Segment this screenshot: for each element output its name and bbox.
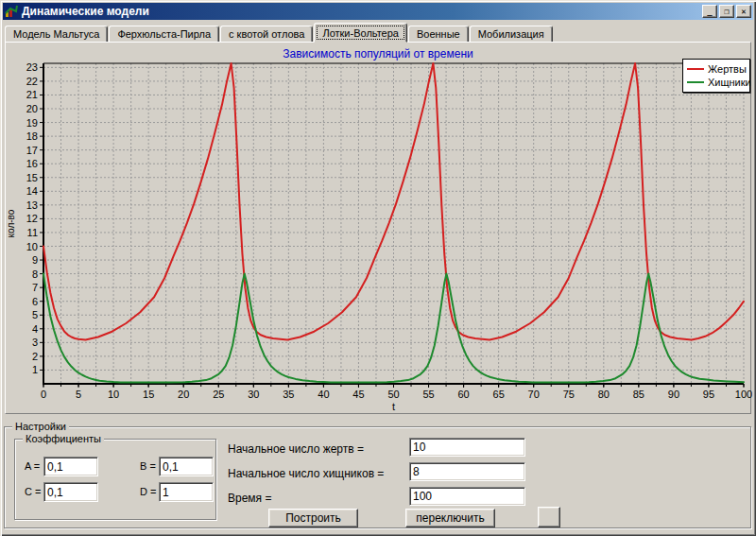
blank-button[interactable]: [538, 507, 560, 527]
svg-text:35: 35: [283, 389, 294, 400]
coeff-c-label: C =: [25, 486, 41, 497]
predator-line-sample: [687, 81, 704, 83]
tab-catch-quota[interactable]: с квотой отлова: [220, 26, 313, 43]
svg-text:16: 16: [26, 158, 38, 169]
prey-line-sample: [687, 68, 704, 70]
legend-label-predators: Хищники: [708, 77, 751, 88]
initial-prey-input[interactable]: [409, 438, 525, 457]
svg-text:6: 6: [32, 296, 38, 307]
legend-item-prey: Жертвы: [687, 62, 746, 76]
svg-text:15: 15: [26, 172, 38, 183]
coefficients-groupbox-label: Коэффициенты: [23, 433, 104, 444]
switch-button[interactable]: переключить: [405, 509, 495, 527]
tab-maltus[interactable]: Модель Мальтуса: [5, 26, 108, 43]
svg-text:17: 17: [26, 145, 38, 156]
tab-military[interactable]: Военные: [408, 26, 469, 43]
svg-text:5: 5: [76, 389, 81, 400]
svg-text:100: 100: [735, 389, 752, 400]
svg-text:19: 19: [26, 117, 38, 129]
coeff-d-label: D =: [140, 486, 156, 497]
chart-legend: Жертвы Хищники: [682, 59, 750, 93]
svg-text:75: 75: [563, 389, 575, 400]
app-icon: [5, 5, 18, 18]
svg-text:80: 80: [598, 389, 610, 400]
initial-predators-input[interactable]: [409, 462, 525, 481]
initial-predators-label: Начальное число хищников =: [228, 467, 384, 480]
window-title: Динамические модели: [22, 5, 149, 18]
svg-text:55: 55: [422, 389, 434, 400]
chart-panel: Зависимость популяций от времени 0510152…: [5, 42, 751, 414]
time-label: Время =: [228, 492, 271, 505]
svg-text:3: 3: [32, 337, 38, 348]
svg-text:10: 10: [108, 389, 119, 400]
svg-text:t: t: [392, 401, 395, 412]
svg-text:85: 85: [633, 389, 644, 400]
svg-text:20: 20: [26, 103, 38, 114]
build-button[interactable]: Построить: [268, 509, 358, 527]
tab-lotka-volterra[interactable]: Лотки-Вольтера: [314, 23, 407, 43]
svg-text:4: 4: [32, 323, 38, 335]
svg-text:70: 70: [528, 389, 540, 400]
svg-text:8: 8: [32, 268, 38, 280]
svg-text:2: 2: [32, 351, 38, 362]
svg-text:10: 10: [26, 241, 38, 252]
close-button[interactable]: ✕: [736, 5, 751, 18]
svg-text:5: 5: [32, 309, 38, 320]
svg-text:18: 18: [26, 130, 38, 142]
tab-mobilization[interactable]: Мобилизация: [470, 26, 553, 43]
svg-text:11: 11: [27, 227, 38, 238]
time-input[interactable]: [409, 487, 525, 506]
svg-text:45: 45: [352, 389, 364, 400]
svg-text:60: 60: [457, 389, 469, 400]
coeff-a-input[interactable]: [43, 457, 98, 476]
svg-text:14: 14: [26, 185, 38, 197]
svg-text:13: 13: [26, 199, 38, 211]
population-chart: 0510152025303540455055606570758085909510…: [6, 43, 752, 413]
minimize-button[interactable]: _: [702, 5, 717, 18]
coeff-b-input[interactable]: [159, 457, 214, 476]
svg-text:0: 0: [41, 389, 46, 400]
legend-item-predators: Хищники: [687, 76, 746, 89]
svg-text:25: 25: [213, 389, 224, 400]
initial-prey-label: Начальное число жертв =: [228, 442, 364, 456]
settings-groupbox: Настройки Коэффициенты A = B = C = D = Н…: [4, 426, 751, 528]
svg-text:90: 90: [668, 389, 679, 400]
legend-label-prey: Жертвы: [708, 63, 747, 75]
svg-text:20: 20: [178, 389, 189, 400]
app-window: Динамические модели _ ❐ ✕ Модель Мальтус…: [0, 0, 756, 536]
svg-text:95: 95: [703, 389, 714, 400]
svg-text:23: 23: [26, 61, 38, 73]
svg-text:12: 12: [26, 213, 38, 224]
tab-strip: Модель Мальтуса Ферхюльста-Пирла с квото…: [5, 23, 751, 43]
coeff-a-label: A =: [25, 460, 40, 472]
svg-text:9: 9: [32, 254, 38, 266]
coeff-d-input[interactable]: [159, 482, 214, 502]
svg-text:15: 15: [143, 389, 154, 400]
tab-verhulst-pearl[interactable]: Ферхюльста-Пирла: [109, 26, 219, 43]
title-bar: Динамические модели _ ❐ ✕: [3, 3, 753, 20]
svg-text:21: 21: [26, 89, 38, 100]
svg-text:30: 30: [248, 389, 259, 400]
maximize-button[interactable]: ❐: [719, 5, 734, 18]
coeff-b-label: B =: [140, 460, 156, 472]
settings-groupbox-label: Настройки: [12, 421, 69, 432]
svg-text:65: 65: [493, 389, 505, 400]
coeff-c-input[interactable]: [43, 482, 98, 502]
svg-text:кол-во: кол-во: [6, 209, 16, 237]
svg-text:40: 40: [318, 389, 329, 400]
svg-text:50: 50: [387, 389, 399, 400]
svg-text:7: 7: [32, 282, 38, 293]
svg-text:1: 1: [32, 364, 38, 375]
svg-text:22: 22: [26, 76, 38, 87]
coefficients-groupbox: Коэффициенты A = B = C = D =: [14, 439, 216, 520]
